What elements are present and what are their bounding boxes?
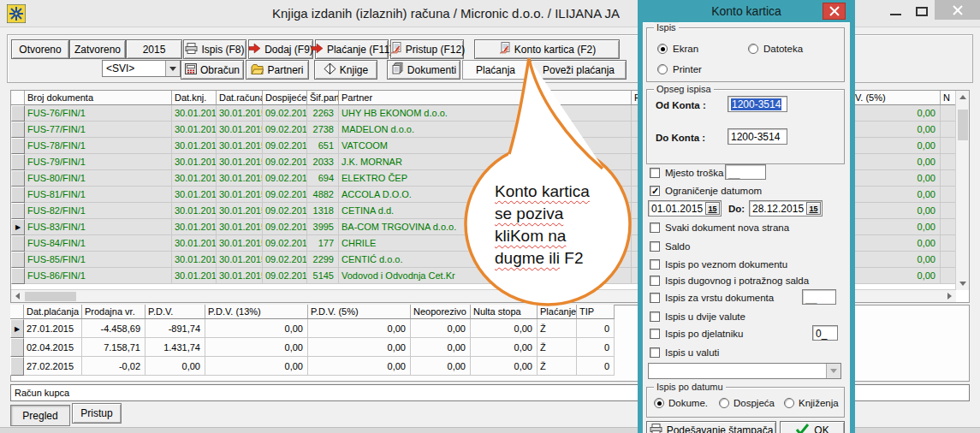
header-neoporezivo[interactable]: Neoporezivo	[411, 305, 471, 319]
header-sif-part[interactable]: Šif.part.	[307, 91, 339, 105]
cell-n	[941, 235, 956, 252]
tab-pristup[interactable]: Pristup	[72, 403, 122, 424]
tab-pregled[interactable]: Pregled	[10, 405, 70, 426]
add-button[interactable]: Dodaj (F9)	[248, 39, 313, 59]
row-selector[interactable]	[11, 154, 25, 170]
row-selector[interactable]	[11, 203, 25, 219]
checkbox-mjesto-troska[interactable]	[650, 168, 660, 178]
row-selector[interactable]	[11, 187, 25, 203]
minimize-icon[interactable]	[890, 14, 901, 15]
cell-nulta-stopa: 0,00	[471, 357, 538, 376]
account-card-button[interactable]: Konto kartica (F2)	[474, 39, 620, 59]
radio-dospjeca[interactable]	[719, 398, 729, 408]
row-selector[interactable]	[11, 235, 25, 252]
documents-button[interactable]: Dokumenti	[387, 60, 460, 80]
checkbox-vezni-dokument[interactable]	[650, 259, 660, 270]
print-button[interactable]: Ispis (F8)	[183, 39, 246, 59]
calendar-icon[interactable]: 15	[705, 202, 720, 215]
checkbox-dugovni-saldo[interactable]	[650, 276, 660, 286]
row-selector[interactable]	[10, 338, 24, 357]
payments-tab-button[interactable]: Plaćanja	[462, 60, 529, 80]
checkbox-saldo[interactable]	[650, 241, 660, 252]
row-selector[interactable]	[11, 268, 25, 284]
row-selector[interactable]	[11, 138, 25, 154]
table-row[interactable]: 02.04.2015 7.158,71 1.431,74 0,00 0,00 0…	[10, 338, 615, 357]
header-dat-knj[interactable]: Dat.knj.	[172, 91, 217, 105]
header-partner[interactable]: Partner	[339, 91, 632, 105]
checkbox-valuta[interactable]	[650, 347, 660, 358]
radio-printer[interactable]	[657, 64, 668, 74]
row-selector[interactable]: ▶	[10, 319, 24, 338]
konto-kartica-dialog: Konto kartica Ispis Ekran Datoteka Print…	[638, 0, 855, 433]
table-row[interactable]: ▶ 27.01.2015 -4.458,69 -891,74 0,00 0,00…	[10, 319, 615, 338]
header-tip[interactable]: TIP	[577, 305, 615, 319]
header-nulta-stopa[interactable]: Nulta stopa	[471, 305, 538, 319]
header-pdv[interactable]: P.D.V.	[146, 305, 205, 319]
radio-datoteka[interactable]	[748, 44, 758, 54]
row-selector[interactable]	[11, 252, 25, 268]
access-button[interactable]: Pristup (F12)	[390, 39, 464, 59]
calendar-icon[interactable]: 15	[806, 202, 821, 215]
ok-button[interactable]: OK	[780, 421, 845, 433]
cell-dospijece: 09.02.2015	[263, 154, 307, 170]
filter-select[interactable]: <SVI>	[102, 60, 181, 77]
row-selector[interactable]	[10, 357, 24, 376]
close-icon[interactable]	[935, 0, 980, 20]
calculator-icon	[185, 63, 197, 77]
valuta-select[interactable]	[648, 363, 841, 379]
scroll-down-icon[interactable]	[956, 277, 969, 290]
printer-setup-button[interactable]: Podešavanje štampača	[646, 421, 776, 433]
dialog-close-icon[interactable]	[823, 3, 846, 20]
radio-knjizenja[interactable]	[784, 398, 794, 408]
closed-button[interactable]: Zatvoreno	[69, 39, 126, 59]
header-broj-dokumenta[interactable]: Broj dokumenta	[25, 91, 172, 105]
scrollbar-thumb[interactable]	[958, 110, 968, 140]
payment-button[interactable]: Plaćanje (F11)	[315, 39, 389, 59]
vrsta-dokumenta-input[interactable]: __	[802, 289, 836, 305]
header-n[interactable]: N	[941, 91, 956, 105]
open-button[interactable]: Otvoreno	[11, 39, 69, 59]
row-selector[interactable]: ▶	[11, 219, 25, 235]
link-payments-button[interactable]: Poveži plaćanja	[531, 60, 627, 80]
chevron-down-icon[interactable]	[165, 61, 180, 76]
cell-pdv5: 0,00	[308, 319, 411, 338]
checkbox-svaki-dokument[interactable]	[650, 222, 660, 233]
scroll-left-icon[interactable]	[11, 290, 24, 302]
maximize-icon[interactable]	[916, 7, 928, 16]
mjesto-troska-input[interactable]: __	[725, 164, 766, 180]
row-selector[interactable]	[11, 122, 25, 138]
header-pdv5[interactable]: P.D.V. (5%)	[308, 305, 411, 319]
scrollbar-thumb[interactable]	[25, 292, 76, 301]
cell-prodajna: -4.458,69	[82, 319, 146, 338]
header-dospijece[interactable]: Dospijeće	[263, 91, 307, 105]
checkbox-djelatnik[interactable]	[650, 329, 660, 339]
row-selector[interactable]	[11, 105, 25, 122]
do-konta-input[interactable]: 1200-3514	[728, 128, 787, 145]
book-icon	[324, 62, 336, 77]
header-placanje[interactable]: Plaćanje	[538, 305, 577, 319]
header-dat-racuna[interactable]: Dat.računa	[217, 91, 263, 105]
scroll-up-icon[interactable]	[956, 91, 969, 104]
row-selector[interactable]	[11, 170, 25, 187]
checkbox-ogranicenje-datumom[interactable]	[650, 186, 660, 196]
checkbox-vrsta-dokumenta[interactable]	[650, 293, 660, 303]
year-button[interactable]: 2015	[126, 39, 182, 59]
header-dat-placanja[interactable]: Dat.plaćanja	[24, 305, 82, 319]
checkbox-dvije-valute[interactable]	[650, 311, 660, 322]
od-konta-input[interactable]: 1200-3514	[728, 96, 787, 112]
header-prodajna[interactable]: Prodajna vr.	[82, 305, 146, 319]
cell-prodajna: 7.158,71	[82, 338, 146, 357]
table-row[interactable]: 27.02.2015 -0,02 0,00 0,00 0,00 0,00 0,0…	[10, 357, 615, 376]
partners-button[interactable]: Partneri	[246, 60, 309, 80]
opseg-group: Opseg ispisa Od Konta : 1200-3514 Do Kon…	[646, 89, 845, 164]
djelatnik-input[interactable]: 0_	[812, 325, 838, 341]
vertical-scrollbar[interactable]	[955, 91, 969, 290]
radio-dokume[interactable]	[654, 398, 664, 408]
header-pdv13[interactable]: P.D.V. (13%)	[205, 305, 308, 319]
date-from-input[interactable]: 01.01.2015 15	[648, 200, 722, 216]
date-to-input[interactable]: 28.12.2015 15	[749, 200, 823, 216]
calculation-button[interactable]: Obračun	[181, 60, 244, 80]
scroll-right-icon[interactable]	[943, 290, 956, 302]
radio-ekran[interactable]	[657, 44, 668, 54]
books-button[interactable]: Knjige	[314, 60, 377, 80]
